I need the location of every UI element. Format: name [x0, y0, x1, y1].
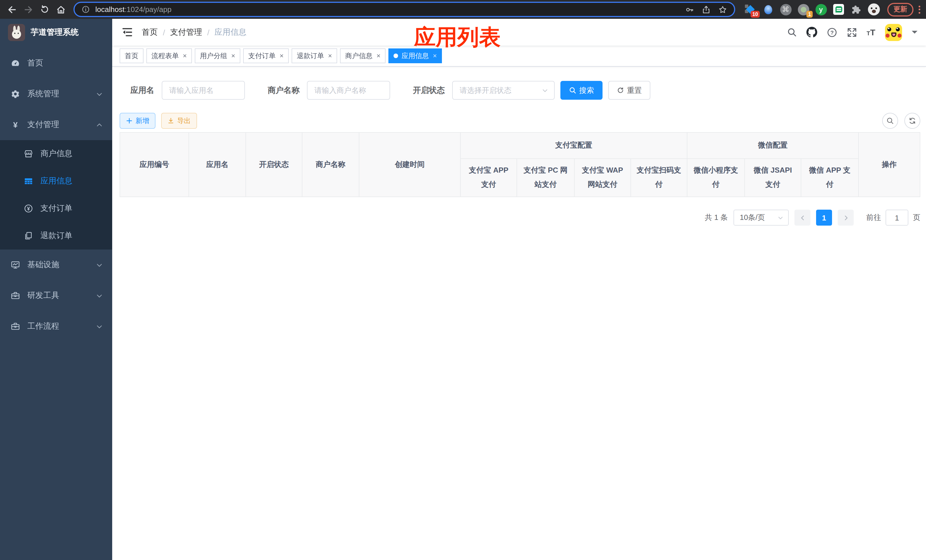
header-search-icon[interactable]	[787, 27, 796, 37]
doc-copy-icon	[24, 231, 33, 241]
url-bar[interactable]: localhost:1024/pay/app	[74, 2, 735, 17]
sidebar-item-pay-order[interactable]: ¥支付订单	[0, 195, 112, 222]
app-name-input[interactable]	[162, 81, 245, 100]
sidebar-item-label: 研发工具	[27, 291, 96, 301]
next-page-button[interactable]	[838, 210, 854, 226]
help-icon[interactable]: ?	[827, 27, 837, 37]
goto-page-input[interactable]	[885, 210, 908, 226]
extension-command-icon[interactable]: ⌘	[780, 3, 791, 15]
tab-close-icon[interactable]: ×	[280, 52, 284, 60]
browser-reload-icon[interactable]	[38, 3, 51, 16]
page-number-1[interactable]: 1	[816, 210, 832, 226]
extension-chat-icon[interactable]	[832, 3, 844, 15]
breadcrumb-separator: /	[163, 28, 165, 37]
svg-text:¥: ¥	[27, 206, 30, 212]
pagination: 共 1 条 10条/页 1 前往 页	[120, 210, 920, 226]
sidebar-item-system-mgmt[interactable]: 系统管理	[0, 79, 112, 109]
dashboard-icon	[11, 59, 20, 68]
bookmark-star-icon[interactable]	[718, 5, 727, 14]
sidebar-item-workflow[interactable]: 工作流程	[0, 311, 112, 342]
prev-page-button[interactable]	[794, 210, 810, 226]
hide-search-button[interactable]	[882, 113, 898, 129]
extension-session-icon[interactable]: 1	[797, 3, 809, 15]
reset-button[interactable]: 重置	[608, 81, 651, 100]
search-button[interactable]: 搜索	[560, 81, 602, 100]
tab-flow-form[interactable]: 流程表单×	[146, 48, 192, 63]
password-key-icon[interactable]	[685, 5, 694, 14]
sidebar-item-infrastructure[interactable]: 基础设施	[0, 250, 112, 280]
page-content: 应用名 商户名称 开启状态 请选择开启状态	[112, 67, 926, 560]
app-table: 应用编号 应用名 开启状态 商户名称 创建时间 支付宝配置 微信配置 操作 支付…	[120, 132, 920, 197]
font-size-icon[interactable]: TT	[867, 27, 875, 37]
add-button[interactable]: 新增	[120, 113, 156, 129]
sidebar-item-label: 商户信息	[41, 149, 103, 159]
sidebar-item-dev-tools[interactable]: 研发工具	[0, 280, 112, 311]
tab-refund-order[interactable]: 退款订单×	[292, 48, 337, 63]
breadcrumb-payment[interactable]: 支付管理	[170, 27, 202, 37]
browser-home-icon[interactable]	[55, 3, 68, 16]
page-size-select[interactable]: 10条/页	[734, 210, 789, 226]
gear-icon	[11, 89, 20, 98]
export-button-label: 导出	[177, 116, 191, 126]
sidebar-item-label: 退款订单	[41, 231, 103, 241]
col-status: 开启状态	[246, 132, 302, 197]
sidebar-item-label: 首页	[27, 58, 103, 68]
refresh-table-button[interactable]	[904, 113, 920, 129]
tags-view: 首页流程表单×用户分组×支付订单×退款订单×商户信息×应用信息×	[112, 45, 926, 67]
chrome-update-button[interactable]: 更新	[887, 3, 914, 16]
user-avatar[interactable]	[885, 24, 902, 41]
status-select[interactable]: 请选择开启状态	[452, 81, 555, 100]
tab-pay-order[interactable]: 支付订单×	[243, 48, 289, 63]
fullscreen-icon[interactable]	[847, 27, 857, 37]
tab-label: 首页	[125, 51, 138, 61]
merchant-name-label: 商户名称	[268, 85, 300, 95]
extensions-bar: 10 ⌘ 1 y	[744, 3, 880, 15]
extension-sketch-icon[interactable]: 10	[744, 3, 756, 15]
browser-menu-icon[interactable]	[918, 5, 920, 14]
browser-back-icon[interactable]	[6, 3, 18, 16]
col-group-wechat: 微信配置	[687, 132, 858, 159]
sidebar-item-refund-order[interactable]: 退款订单	[0, 222, 112, 250]
url-text[interactable]: localhost:1024/pay/app	[95, 5, 685, 14]
yen-circle-icon: ¥	[24, 204, 33, 213]
chevron-down-icon	[96, 292, 103, 300]
sidebar-collapse-icon[interactable]	[122, 27, 133, 37]
github-icon[interactable]	[806, 27, 817, 38]
toolbox-icon	[11, 322, 20, 331]
share-icon[interactable]	[702, 5, 711, 14]
col-merchant: 商户名称	[302, 132, 359, 197]
tab-close-icon[interactable]: ×	[433, 52, 437, 60]
monitor-icon	[11, 260, 20, 269]
tab-close-icon[interactable]: ×	[183, 52, 187, 60]
sidebar-item-home[interactable]: 首页	[0, 48, 112, 79]
avatar-caret-icon[interactable]	[912, 31, 917, 36]
tab-close-icon[interactable]: ×	[377, 52, 380, 60]
tab-label: 应用信息	[401, 51, 429, 61]
extensions-puzzle-icon[interactable]	[850, 3, 862, 15]
sidebar-item-label: 应用信息	[41, 176, 103, 186]
extension-balloon-icon[interactable]	[762, 3, 774, 15]
tab-label: 流程表单	[151, 51, 179, 61]
site-info-icon[interactable]	[82, 5, 90, 14]
tab-user-group[interactable]: 用户分组×	[195, 48, 240, 63]
tab-label: 支付订单	[248, 51, 275, 61]
breadcrumb-home[interactable]: 首页	[142, 27, 158, 37]
tab-merchant-info[interactable]: 商户信息×	[340, 48, 386, 63]
tab-close-icon[interactable]: ×	[231, 52, 235, 60]
extension-y-icon[interactable]: y	[815, 3, 827, 15]
sidebar-logo[interactable]: 芋道管理系统	[0, 19, 112, 45]
col-alipay-qr: 支付宝扫码支付	[631, 159, 687, 197]
chevron-down-icon	[96, 323, 103, 330]
goto-label: 前往	[866, 212, 881, 223]
merchant-name-input[interactable]	[307, 81, 390, 100]
status-label: 开启状态	[413, 85, 445, 95]
browser-profile-avatar[interactable]	[868, 3, 880, 15]
sidebar-item-merchant-info[interactable]: 商户信息	[0, 140, 112, 168]
col-wechat-jsapi: 微信 JSAPI 支付	[744, 159, 801, 197]
sidebar-item-payment-mgmt[interactable]: ¥支付管理	[0, 109, 112, 140]
browser-forward-icon[interactable]	[22, 3, 35, 16]
tab-home[interactable]: 首页	[120, 48, 144, 63]
sidebar-item-app-info[interactable]: 应用信息	[0, 168, 112, 195]
export-button[interactable]: 导出	[161, 113, 197, 129]
tab-close-icon[interactable]: ×	[328, 52, 332, 60]
